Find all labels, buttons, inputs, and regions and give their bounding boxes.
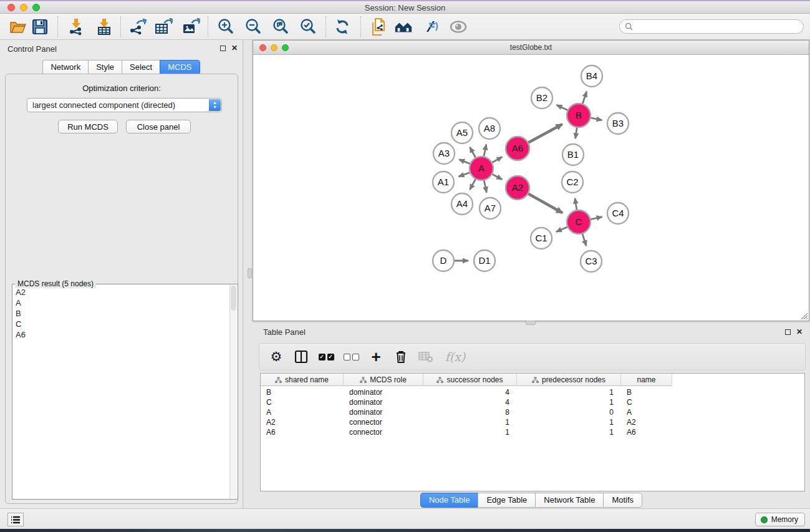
column-header-predecessor-nodes[interactable]: predecessor nodes xyxy=(517,374,621,386)
splitter-grip-vertical[interactable] xyxy=(248,268,252,278)
delete-table-icon[interactable] xyxy=(418,349,434,365)
node-A6[interactable]: A6 xyxy=(506,137,529,160)
export-table-icon[interactable] xyxy=(154,17,173,36)
open-file-icon[interactable] xyxy=(8,17,27,36)
node-C[interactable]: C xyxy=(567,210,591,234)
table-row[interactable]: A2connector11A2 xyxy=(261,417,804,427)
memory-button[interactable]: Memory xyxy=(755,513,805,526)
cell-MCDS-role[interactable]: dominator xyxy=(344,387,423,397)
node-C3[interactable]: C3 xyxy=(581,251,602,272)
cell-name[interactable]: A6 xyxy=(621,427,672,437)
result-item[interactable]: A6 xyxy=(12,329,229,340)
clone-network-icon[interactable] xyxy=(369,17,388,36)
close-table-panel-icon[interactable]: ✕ xyxy=(796,329,803,335)
tab-node-table[interactable]: Node Table xyxy=(420,493,478,508)
float-panel-icon[interactable] xyxy=(220,46,226,51)
node-D[interactable]: D xyxy=(433,250,454,271)
delete-columns-icon[interactable] xyxy=(393,349,409,365)
node-A7[interactable]: A7 xyxy=(480,198,501,219)
result-item[interactable]: B xyxy=(12,308,229,319)
network-window-titlebar[interactable]: testGlobe.txt xyxy=(253,41,809,55)
tab-motifs[interactable]: Motifs xyxy=(603,493,642,508)
cell-predecessor-nodes[interactable]: 1 xyxy=(517,427,621,437)
node-B1[interactable]: B1 xyxy=(562,144,584,165)
node-B3[interactable]: B3 xyxy=(607,113,629,134)
column-header-shared-name[interactable]: shared name xyxy=(261,374,344,386)
zoom-in-icon[interactable] xyxy=(216,17,235,36)
search-box[interactable] xyxy=(619,19,804,34)
cell-shared-name[interactable]: C xyxy=(261,397,344,407)
cell-name[interactable]: C xyxy=(621,397,672,407)
select-all-columns-icon[interactable]: ✓✓ xyxy=(318,349,334,365)
cell-predecessor-nodes[interactable]: 1 xyxy=(517,397,621,407)
zoom-selected-icon[interactable] xyxy=(299,17,317,36)
cell-MCDS-role[interactable]: dominator xyxy=(344,407,423,417)
splitter-grip-horizontal[interactable] xyxy=(526,321,536,325)
cell-successor-nodes[interactable]: 1 xyxy=(423,417,517,427)
result-scrollbar[interactable] xyxy=(229,285,237,498)
tab-style[interactable]: Style xyxy=(88,60,122,75)
import-table-icon[interactable] xyxy=(95,17,113,36)
cell-MCDS-role[interactable]: dominator xyxy=(344,397,423,407)
cell-predecessor-nodes[interactable]: 1 xyxy=(517,417,621,427)
table-settings-icon[interactable]: ⚙ xyxy=(268,349,284,365)
node-A4[interactable]: A4 xyxy=(451,193,473,215)
cell-successor-nodes[interactable]: 1 xyxy=(423,427,517,437)
cell-shared-name[interactable]: A6 xyxy=(261,427,344,437)
cell-name[interactable]: A xyxy=(621,407,672,417)
node-B4[interactable]: B4 xyxy=(581,65,602,87)
run-mcds-button[interactable]: Run MCDS xyxy=(58,120,118,133)
cell-name[interactable]: B xyxy=(621,387,672,397)
cell-predecessor-nodes[interactable]: 1 xyxy=(517,387,621,397)
save-session-icon[interactable] xyxy=(31,17,49,36)
node-A[interactable]: A xyxy=(470,157,493,180)
cell-shared-name[interactable]: A2 xyxy=(261,417,344,427)
function-builder-icon[interactable]: f(x) xyxy=(443,349,468,365)
first-neighbors-icon[interactable] xyxy=(394,17,413,36)
resize-grip-icon[interactable] xyxy=(800,312,808,320)
zoom-fit-icon[interactable] xyxy=(271,17,290,36)
tab-mcds[interactable]: MCDS xyxy=(160,60,200,75)
cell-successor-nodes[interactable]: 4 xyxy=(423,397,517,407)
cell-predecessor-nodes[interactable]: 0 xyxy=(517,407,621,417)
table-row[interactable]: Bdominator41B xyxy=(261,387,804,397)
cell-shared-name[interactable]: B xyxy=(261,387,344,397)
cell-name[interactable]: A2 xyxy=(621,417,672,427)
table-row[interactable]: Cdominator41C xyxy=(261,397,804,407)
show-columns-icon[interactable] xyxy=(293,349,309,365)
cell-MCDS-role[interactable]: connector xyxy=(344,417,423,427)
hide-labels-icon[interactable] xyxy=(422,17,440,36)
export-network-icon[interactable] xyxy=(128,17,147,36)
close-panel-button[interactable]: Close panel xyxy=(126,120,191,133)
tab-network-table[interactable]: Network Table xyxy=(535,493,603,508)
node-B2[interactable]: B2 xyxy=(531,87,552,109)
tab-edge-table[interactable]: Edge Table xyxy=(478,493,535,508)
show-graphics-details-icon[interactable] xyxy=(449,17,468,36)
node-D1[interactable]: D1 xyxy=(474,250,495,271)
tab-network[interactable]: Network xyxy=(42,60,88,75)
node-A3[interactable]: A3 xyxy=(433,143,455,164)
table-row[interactable]: Adominator80A xyxy=(261,407,804,417)
refresh-icon[interactable] xyxy=(333,17,352,36)
tab-select[interactable]: Select xyxy=(122,60,160,75)
table-row[interactable]: A6connector11A6 xyxy=(261,427,804,437)
node-A5[interactable]: A5 xyxy=(451,122,473,143)
cell-successor-nodes[interactable]: 8 xyxy=(423,407,517,417)
import-network-icon[interactable] xyxy=(66,17,85,36)
cell-shared-name[interactable]: A xyxy=(261,407,344,417)
export-image-icon[interactable] xyxy=(181,17,200,36)
node-C2[interactable]: C2 xyxy=(562,172,583,193)
zoom-out-icon[interactable] xyxy=(244,17,263,36)
result-item[interactable]: C xyxy=(12,319,229,329)
task-history-button[interactable] xyxy=(7,513,24,526)
column-header-name[interactable]: name xyxy=(621,374,672,386)
unselect-all-columns-icon[interactable] xyxy=(343,349,359,365)
add-column-icon[interactable]: + xyxy=(368,349,384,365)
close-panel-icon[interactable]: ✕ xyxy=(231,45,238,51)
node-A1[interactable]: A1 xyxy=(433,172,454,193)
criterion-dropdown[interactable]: largest connected component (directed) ▲… xyxy=(27,98,222,112)
node-table[interactable]: shared nameMCDS rolesuccessor nodesprede… xyxy=(260,373,805,491)
search-input[interactable] xyxy=(635,21,803,32)
result-item[interactable]: A2 xyxy=(12,287,229,297)
node-A2[interactable]: A2 xyxy=(506,176,529,200)
